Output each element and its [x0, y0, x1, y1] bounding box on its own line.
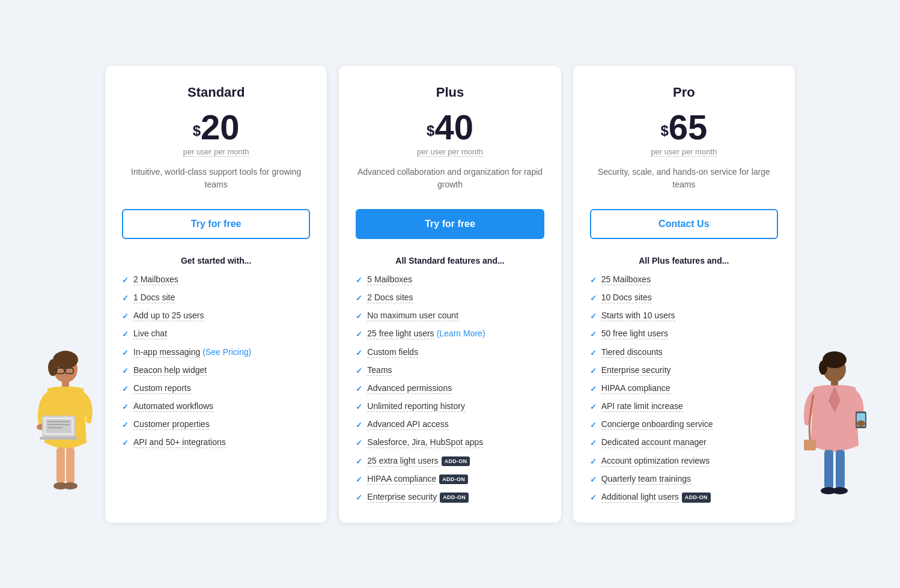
check-icon: ✓ — [590, 275, 597, 286]
svg-point-18 — [63, 482, 78, 489]
check-icon: ✓ — [590, 293, 597, 304]
feature-text: 2 Docs sites — [367, 292, 413, 304]
left-illustration — [26, 347, 105, 535]
feature-text: Salesforce, Jira, HubSpot apps — [367, 437, 483, 449]
plus-cta-button[interactable]: Try for free — [356, 209, 544, 239]
feature-label: 25 Mailboxes — [601, 274, 651, 285]
feature-text: Automated workflows — [133, 401, 213, 413]
check-icon: ✓ — [590, 402, 597, 413]
list-item: ✓Automated workflows — [122, 401, 310, 413]
list-item: ✓Concierge onboarding service — [590, 419, 778, 431]
svg-rect-26 — [824, 450, 833, 489]
feature-text: Custom fields — [367, 347, 418, 359]
feature-text: Live chat — [133, 328, 167, 340]
list-item: ✓25 extra light usersADD-ON — [356, 455, 544, 467]
addon-badge: ADD-ON — [440, 493, 469, 503]
list-item: ✓Custom reports — [122, 383, 310, 395]
check-icon: ✓ — [356, 456, 362, 467]
feature-text: API and 50+ integrations — [133, 437, 226, 449]
feature-text: 25 extra light usersADD-ON — [367, 455, 470, 467]
list-item: ✓No maximum user count — [356, 310, 544, 322]
check-icon: ✓ — [122, 366, 129, 377]
standard-price-amount: 20 — [201, 108, 240, 147]
feature-label: 2 Docs sites — [367, 292, 413, 303]
list-item: ✓2 Docs sites — [356, 292, 544, 304]
list-item: ✓Add up to 25 users — [122, 310, 310, 322]
list-item: ✓Advanced permissions — [356, 383, 544, 395]
check-icon: ✓ — [356, 438, 362, 449]
standard-cta-button[interactable]: Try for free — [122, 209, 310, 239]
list-item: ✓Salesforce, Jira, HubSpot apps — [356, 437, 544, 449]
list-item: ✓2 Mailboxes — [122, 274, 310, 286]
feature-text: 25 free light users(Learn More) — [367, 328, 485, 340]
feature-label: Enterprise security — [601, 365, 671, 376]
check-icon: ✓ — [590, 438, 597, 449]
right-illustration — [795, 347, 874, 535]
feature-text: Enterprise security — [601, 365, 671, 377]
feature-label: Dedicated account manager — [601, 437, 707, 448]
check-icon: ✓ — [122, 384, 129, 395]
check-icon: ✓ — [356, 420, 362, 431]
feature-text: 5 Mailboxes — [367, 274, 412, 286]
feature-label: 50 free light users — [601, 329, 668, 339]
feature-text: Custom reports — [133, 383, 191, 395]
feature-link[interactable]: (Learn More) — [437, 329, 485, 338]
list-item: ✓Dedicated account manager — [590, 437, 778, 449]
feature-text: Quarterly team trainings — [601, 473, 691, 485]
feature-label: Custom fields — [367, 347, 418, 358]
feature-link[interactable]: (See Pricing) — [202, 347, 251, 357]
feature-label: 2 Mailboxes — [133, 274, 178, 285]
check-icon: ✓ — [122, 329, 129, 340]
feature-label: Concierge onboarding service — [601, 419, 713, 430]
feature-label: Teams — [367, 365, 392, 376]
feature-text: Enterprise securityADD-ON — [367, 491, 469, 503]
list-item: ✓Enterprise securityADD-ON — [356, 491, 544, 503]
svg-point-25 — [857, 420, 865, 426]
feature-text: 2 Mailboxes — [133, 274, 178, 286]
check-icon: ✓ — [590, 311, 597, 322]
pro-cta-button[interactable]: Contact Us — [590, 209, 778, 239]
svg-rect-27 — [836, 450, 845, 489]
list-item: ✓25 free light users(Learn More) — [356, 328, 544, 340]
feature-text: Teams — [367, 365, 392, 377]
svg-point-29 — [832, 487, 848, 494]
feature-label: Beacon help widget — [133, 365, 207, 376]
check-icon: ✓ — [356, 384, 362, 395]
list-item: ✓1 Docs site — [122, 292, 310, 304]
left-person-svg — [26, 347, 105, 515]
plus-price-amount: 40 — [434, 108, 473, 147]
feature-text: 10 Docs sites — [601, 292, 652, 304]
check-icon: ✓ — [590, 456, 597, 467]
feature-label: No maximum user count — [367, 311, 458, 321]
list-item: ✓Teams — [356, 365, 544, 377]
list-item: ✓HIPAA compliance — [590, 383, 778, 395]
check-icon: ✓ — [356, 348, 362, 359]
feature-label: Tiered discounts — [601, 347, 663, 358]
standard-price-row: $20 — [122, 110, 310, 145]
plus-title: Plus — [356, 85, 544, 100]
check-icon: ✓ — [590, 329, 597, 340]
feature-label: Starts with 10 users — [601, 311, 675, 321]
feature-label: Advanced API access — [367, 419, 448, 430]
feature-text: HIPAA compliance — [601, 383, 670, 395]
plus-features-header: All Standard features and... — [356, 256, 544, 265]
list-item: ✓Quarterly team trainings — [590, 473, 778, 485]
standard-price-period: per user per month — [122, 147, 310, 156]
feature-text: Advanced permissions — [367, 383, 452, 395]
pro-description: Security, scale, and hands-on service fo… — [590, 166, 778, 195]
svg-point-2 — [48, 359, 58, 376]
pro-title: Pro — [590, 85, 778, 100]
feature-text: Advanced API access — [367, 419, 448, 431]
feature-text: Additional light usersADD-ON — [601, 491, 711, 503]
card-pro: Pro$65per user per monthSecurity, scale,… — [573, 65, 795, 523]
pro-price-amount: 65 — [669, 108, 708, 147]
list-item: ✓Advanced API access — [356, 419, 544, 431]
pro-features-header: All Plus features and... — [590, 256, 778, 265]
feature-text: 50 free light users — [601, 328, 668, 340]
feature-label: Salesforce, Jira, HubSpot apps — [367, 437, 483, 448]
pro-price-symbol: $ — [660, 122, 668, 138]
list-item: ✓Starts with 10 users — [590, 310, 778, 322]
addon-badge: ADD-ON — [442, 456, 470, 467]
list-item: ✓API rate limit increase — [590, 401, 778, 413]
check-icon: ✓ — [590, 474, 597, 485]
